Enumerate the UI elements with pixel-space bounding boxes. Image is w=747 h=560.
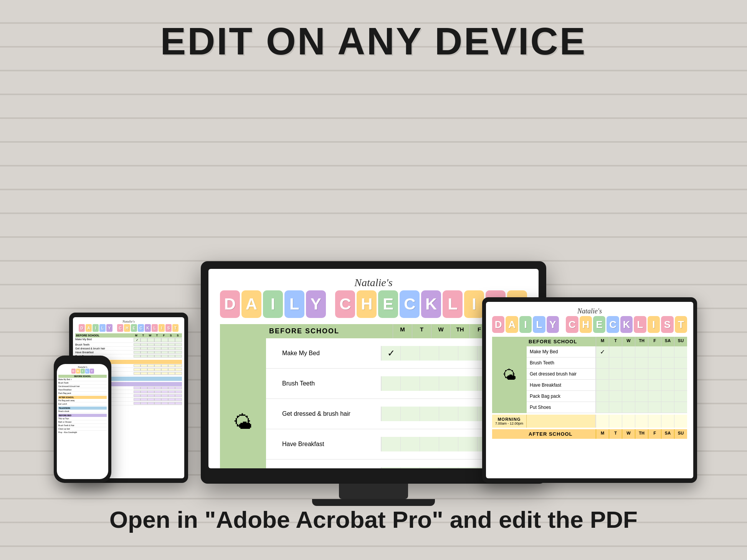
t-bd6	[168, 387, 175, 389]
t-task-bt: Brush Teeth	[75, 343, 182, 347]
t-as4	[154, 364, 161, 367]
t2-morning-time: 7.00am - 12.00pm	[495, 422, 523, 425]
t-pr1	[134, 402, 140, 405]
t-bt3	[147, 343, 154, 346]
ph-task2: Brush Teeth	[58, 381, 107, 385]
ph-i: I	[81, 369, 85, 374]
phone: Natalie's D A I L Y BEFORE SCHOOL Make M…	[54, 356, 111, 483]
t2-dr-m	[596, 369, 609, 379]
tl-l: L	[99, 324, 106, 332]
t2-day-m: M	[596, 337, 609, 346]
t2-mt-sa	[661, 415, 674, 428]
t2-mt-m	[596, 415, 609, 428]
t-bt2	[140, 343, 147, 346]
ph-bed1: Tidy up Toys	[58, 417, 107, 420]
t2-c: C	[566, 316, 578, 333]
ph-d: D	[71, 369, 76, 374]
tl-c: C	[117, 324, 123, 332]
ph-task5: Pack Bag pack	[58, 392, 107, 395]
task-make-bed: Make My Bed	[278, 346, 381, 361]
t2-mt-t	[609, 415, 622, 428]
t2-ck: C	[607, 316, 619, 333]
day-t: T	[412, 324, 431, 338]
t2-h: H	[580, 316, 592, 333]
t2-bt-w	[622, 357, 635, 368]
t2-after-school-header: AFTER SCHOOL M T W TH F SA SU	[492, 429, 687, 439]
t2-af-day-t: T	[609, 429, 622, 439]
t-bth6	[168, 394, 175, 397]
t2-af-day-th: TH	[635, 429, 648, 439]
tc2-th	[439, 376, 458, 391]
t-hb4	[154, 351, 161, 354]
monitor-checklist-title: D A I L Y C H E C K L I	[220, 290, 527, 318]
tablet2-frame: Natalie's D A I L Y C H E C K	[482, 297, 697, 483]
tc3-th	[439, 407, 458, 421]
t-task-hb-name: Have Breakfast	[75, 351, 134, 354]
t2-dr-sa	[661, 369, 674, 379]
t-as32	[140, 372, 147, 375]
t2-tc-th	[635, 346, 648, 357]
letter-i: I	[263, 290, 283, 318]
t2-af-day-sa: SA	[661, 429, 674, 439]
letter-e: E	[378, 290, 398, 318]
checkmark: ✓	[382, 346, 400, 361]
t2-task-shoes: Put Shoes	[527, 402, 687, 413]
t-tc3	[147, 338, 154, 342]
t2-task-dr: Get dressed brush hair	[527, 369, 687, 380]
tc2-t	[400, 376, 420, 391]
phone-frame: Natalie's D A I L Y BEFORE SCHOOL Make M…	[54, 356, 111, 483]
letter-c: C	[335, 290, 355, 318]
main-content: EDIT ON ANY DEVICE Natalie's D A I L Y	[0, 0, 747, 560]
t2-bag-w	[622, 391, 635, 402]
t-pr6	[168, 402, 175, 405]
t2-sun-cloud-icon: 🌤	[502, 367, 516, 383]
t-tc6	[168, 338, 175, 342]
letter-k: C	[400, 290, 420, 318]
t-dr6	[168, 347, 175, 350]
letter-u: I	[464, 290, 484, 318]
t2-ts: S	[661, 316, 673, 333]
t2-tc-w	[622, 346, 635, 357]
t2-hb-f	[648, 380, 661, 390]
t-cl4	[154, 398, 161, 401]
t2-bt-name: Brush Teeth	[527, 357, 596, 368]
t-bs4	[154, 390, 161, 393]
tl-d: D	[79, 324, 85, 332]
day-m: M	[393, 324, 412, 338]
t2-morning-label: MORNING	[497, 417, 521, 422]
tc3-f	[458, 407, 477, 421]
t2-bag-f	[648, 391, 661, 402]
t-bth7	[175, 394, 182, 397]
t2-name: Natalie's	[492, 307, 687, 315]
tc4-th	[439, 437, 458, 451]
t2-y: Y	[547, 316, 559, 333]
t-day-f: F	[160, 334, 167, 337]
t-as22	[140, 368, 147, 371]
tc4-m	[381, 437, 400, 451]
t-as24	[154, 368, 161, 371]
t2-dr-su	[674, 369, 687, 379]
monitor-base	[312, 499, 435, 506]
letter-t: L	[443, 290, 463, 318]
tl-a: A	[86, 324, 92, 332]
before-school-section: 🌤 BEFORE SCHOOL M T W TH F	[220, 324, 527, 468]
t2-tc-sa	[661, 346, 674, 357]
t-bt4	[154, 343, 161, 346]
t2-hb-t	[609, 380, 622, 390]
t2-dr-t	[609, 369, 622, 379]
t-hb5	[161, 351, 168, 354]
t2-l: L	[533, 316, 545, 333]
tl-i: I	[93, 324, 99, 332]
t-tc4	[154, 338, 161, 342]
t2-af-day-m: M	[596, 429, 609, 439]
t-bs7	[175, 390, 182, 393]
t-bag6	[168, 355, 175, 357]
t-pr2	[140, 402, 147, 405]
t-day-sa: S	[167, 334, 174, 337]
sun-cloud-icon: 🌤	[233, 411, 253, 433]
t2-af-day-w: W	[622, 429, 635, 439]
tl-ti: I	[159, 324, 165, 332]
t-bt7	[175, 343, 182, 346]
t-bs2	[140, 390, 147, 393]
t-pr7	[175, 402, 182, 405]
